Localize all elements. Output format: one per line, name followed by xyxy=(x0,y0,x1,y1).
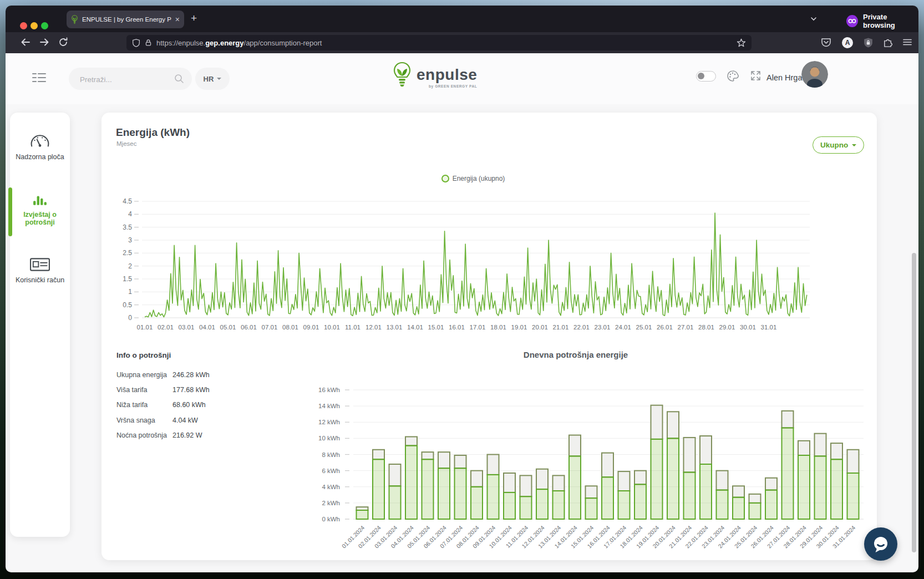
svg-text:31.01: 31.01 xyxy=(761,324,777,331)
new-tab-button[interactable]: + xyxy=(191,12,197,24)
extension-shield-button[interactable] xyxy=(863,37,874,48)
total-filter-button[interactable]: Ukupno xyxy=(813,136,864,154)
desktop: { "browser": { "tab_title": "ENPULSE | b… xyxy=(0,0,924,579)
account-icon: A xyxy=(842,37,853,48)
svg-text:16 kWh: 16 kWh xyxy=(318,387,340,393)
traffic-light-zoom-button[interactable] xyxy=(41,22,48,29)
svg-text:06.01: 06.01 xyxy=(241,324,257,331)
sidebar-item-consumption-report[interactable]: Izvještaj o potrošnji xyxy=(10,194,70,227)
sidebar-item-label: Nadzorna ploča xyxy=(10,153,70,161)
svg-text:0 kWh: 0 kWh xyxy=(322,516,340,522)
browser-toolbar: https://enpulse.gep.energy/app/consumpti… xyxy=(6,32,918,53)
info-row: Noćna potrošnja216.92 W xyxy=(116,428,283,443)
svg-text:12.01: 12.01 xyxy=(365,324,382,331)
svg-text:20.01: 20.01 xyxy=(532,324,548,331)
svg-text:01.01: 01.01 xyxy=(137,324,153,331)
energy-report-card: Energija (kWh) Mjesec Ukupno Energija (u… xyxy=(101,113,877,560)
page-scrollbar[interactable] xyxy=(912,253,916,552)
svg-text:3: 3 xyxy=(128,236,132,244)
dark-mode-toggle[interactable] xyxy=(696,71,716,82)
tab-close-button[interactable]: × xyxy=(175,16,180,23)
language-select[interactable]: HR xyxy=(195,68,230,90)
bar-chart-title: Dnevna potrošnja energije xyxy=(285,350,867,359)
back-icon xyxy=(20,37,31,48)
svg-text:2 kWh: 2 kWh xyxy=(322,500,340,506)
logo-byline: by GREEN ENERGY PAL xyxy=(429,84,477,88)
back-button[interactable] xyxy=(20,37,31,48)
sidebar-toggle-button[interactable] xyxy=(31,70,47,85)
daily-consumption-bar-chart[interactable]: 0 kWh2 kWh4 kWh6 kWh8 kWh10 kWh12 kWh14 … xyxy=(285,362,872,556)
svg-text:2: 2 xyxy=(128,262,132,270)
search-input[interactable] xyxy=(79,68,170,91)
svg-text:4 kWh: 4 kWh xyxy=(322,484,340,490)
app-logo: enpulse by GREEN ENERGY PAL xyxy=(392,62,477,88)
line-chart-x-axis: 01.0102.0103.0104.0105.0106.0107.0108.01… xyxy=(137,324,777,331)
svg-text:3.5: 3.5 xyxy=(123,224,132,231)
app-page: HR enpulse by GREEN ENERGY PA xyxy=(6,53,918,572)
line-chart-svg: 00.511.522.533.544.501.0102.0103.0104.01… xyxy=(110,186,847,343)
bar-chart-icon xyxy=(33,194,47,206)
svg-text:22.01: 22.01 xyxy=(573,324,590,331)
info-row: Niža tarifa68.60 kWh xyxy=(116,398,283,413)
avatar[interactable] xyxy=(801,61,828,88)
svg-text:04.01: 04.01 xyxy=(199,324,215,331)
url-bar[interactable]: https://enpulse.gep.energy/app/consumpti… xyxy=(126,35,752,50)
app-header: HR enpulse by GREEN ENERGY PA xyxy=(6,53,918,104)
shield-icon xyxy=(132,38,140,48)
fullscreen-button[interactable] xyxy=(750,70,761,82)
tab-list-button[interactable] xyxy=(810,15,818,23)
star-icon[interactable] xyxy=(737,38,746,48)
sidebar-item-account[interactable]: Korisnički račun xyxy=(10,258,70,284)
private-browsing-label: Private browsing xyxy=(863,13,918,29)
svg-text:0.5: 0.5 xyxy=(123,301,132,309)
svg-text:23.01: 23.01 xyxy=(595,324,611,331)
chevron-down-icon xyxy=(810,15,818,23)
bar-chart-x-labels: 01.01.202402.01.202403.01.202404.01.2024… xyxy=(341,524,857,550)
browser-tab[interactable]: ENPULSE | by Green Energy Pal × xyxy=(67,11,184,28)
info-row: Vršna snaga4.04 kW xyxy=(116,413,283,428)
info-row: Viša tarifa177.68 kWh xyxy=(116,382,283,397)
puzzle-icon xyxy=(883,37,893,48)
extension-shield-icon xyxy=(863,37,874,48)
svg-text:24.01: 24.01 xyxy=(615,324,631,331)
sidebar-item-dashboard[interactable]: Nadzorna ploča xyxy=(10,134,70,161)
pocket-button[interactable] xyxy=(821,37,831,48)
svg-text:12 kWh: 12 kWh xyxy=(318,419,340,425)
svg-text:14.01: 14.01 xyxy=(407,324,423,331)
chat-icon xyxy=(871,534,891,554)
line-chart-legend[interactable]: Energija (ukupno) xyxy=(101,175,845,182)
account-button[interactable]: A xyxy=(842,37,853,48)
bar-chart-svg: 0 kWh2 kWh4 kWh6 kWh8 kWh10 kWh12 kWh14 … xyxy=(285,362,872,556)
caret-down-icon xyxy=(852,144,856,146)
id-card-icon xyxy=(30,258,50,271)
browser-window: ENPULSE | by Green Energy Pal × + Privat… xyxy=(6,6,918,572)
svg-text:08.01: 08.01 xyxy=(282,324,298,331)
legend-marker-icon xyxy=(441,175,449,182)
forward-button[interactable] xyxy=(39,37,50,48)
extensions-button[interactable] xyxy=(883,37,893,48)
menu-button[interactable] xyxy=(902,37,912,47)
palette-icon xyxy=(727,70,739,82)
svg-text:15.01: 15.01 xyxy=(428,324,444,331)
svg-text:27.01: 27.01 xyxy=(678,324,694,331)
info-heading: Info o potrošnji xyxy=(116,351,283,359)
url-text: https://enpulse.gep.energy/app/consumpti… xyxy=(156,39,732,47)
theme-button[interactable] xyxy=(727,70,739,82)
traffic-light-minimize-button[interactable] xyxy=(31,22,38,29)
svg-text:26.01: 26.01 xyxy=(657,324,673,331)
energy-line-series xyxy=(145,213,807,317)
reload-button[interactable] xyxy=(58,37,69,48)
consumption-info-panel: Info o potrošnji Ukupna energija246.28 k… xyxy=(116,351,283,443)
user-name: Alen Hrga xyxy=(766,73,802,82)
svg-text:29.01: 29.01 xyxy=(719,324,735,331)
svg-text:02.01: 02.01 xyxy=(158,324,174,331)
traffic-light-close-button[interactable] xyxy=(20,22,27,29)
mask-icon xyxy=(846,15,858,27)
energy-line-chart[interactable]: 00.511.522.533.544.501.0102.0103.0104.01… xyxy=(110,186,847,343)
svg-text:1.5: 1.5 xyxy=(123,275,132,283)
chat-button[interactable] xyxy=(864,527,897,561)
svg-text:10.01: 10.01 xyxy=(324,324,340,331)
svg-text:30.01: 30.01 xyxy=(740,324,756,331)
svg-text:16.01: 16.01 xyxy=(449,324,465,331)
svg-text:4: 4 xyxy=(128,210,132,218)
